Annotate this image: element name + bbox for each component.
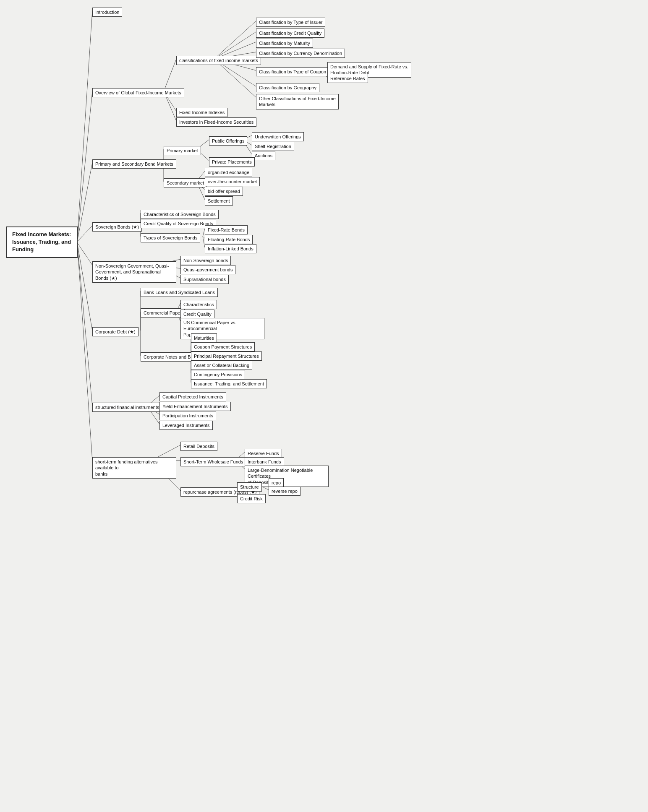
node-contingency: Contingency Provisions bbox=[191, 370, 245, 379]
node-quasi_govt_bonds: Quasi-goverment bonds bbox=[180, 265, 235, 274]
node-secondary_market: Secondary market bbox=[164, 178, 207, 187]
node-principal_repayment: Principal Repayment Structures bbox=[191, 351, 262, 361]
node-non_sovereign_govt: Non-Sovereign Government, Quasi-Governme… bbox=[92, 261, 176, 283]
node-class_geo: Classification by Geography bbox=[256, 83, 319, 92]
node-underwritten: Underwritten Offerings bbox=[252, 132, 304, 141]
svg-line-7 bbox=[78, 250, 92, 461]
node-characteristics_sovereign: Characteristics of Sovereign Bonds bbox=[141, 210, 219, 219]
node-structure: Structure bbox=[237, 482, 262, 492]
node-class_issuer: Classification by Type of Issuer bbox=[256, 18, 325, 27]
svg-line-2 bbox=[78, 163, 92, 239]
node-interbank_funds: Interbank Funds bbox=[245, 457, 284, 466]
node-maturities: Maturities bbox=[191, 333, 217, 343]
svg-line-8 bbox=[164, 59, 176, 91]
node-participation: Participation Instruments bbox=[159, 411, 216, 420]
node-auctions: Auctions bbox=[252, 151, 275, 160]
node-reserve_funds: Reserve Funds bbox=[245, 449, 282, 458]
node-class_coupon: Classification by Type of Coupon bbox=[256, 67, 329, 76]
node-asset_collateral: Asset or Collateral Backing bbox=[191, 361, 252, 370]
svg-line-4 bbox=[78, 243, 92, 265]
node-settlement: Settlement bbox=[205, 196, 233, 206]
mind-map: Fixed Income Markets:Issuance, Trading, … bbox=[0, 0, 648, 812]
node-inflation_linked: Inflation-Linked Bonds bbox=[205, 244, 256, 253]
node-non_sovereign_bonds: Non-Sovereign bonds bbox=[180, 256, 231, 265]
node-commercial_paper: Commercial Paper bbox=[141, 308, 185, 318]
node-structured_fi: structured financial instruments bbox=[92, 403, 162, 412]
node-overview: Overview of Global Fixed-Income Markets bbox=[92, 88, 184, 97]
node-short_term_funding: short-term funding alternatives availabl… bbox=[92, 457, 176, 479]
node-coupon_payment: Coupon Payment Structures bbox=[191, 342, 255, 351]
node-bid_offer: bid-offer spread bbox=[205, 187, 243, 196]
svg-line-12 bbox=[214, 32, 256, 59]
node-primary_secondary: Primary and Secondary Bond Markets bbox=[92, 159, 176, 169]
node-public_offerings: Public Offerings bbox=[209, 136, 247, 146]
node-credit_risk: Credit Risk bbox=[237, 494, 266, 503]
node-supranational_bonds: Supranational bonds bbox=[180, 275, 229, 284]
node-retail_deposits: Retail Deposits bbox=[180, 442, 217, 451]
node-otc_market: over-the-counter market bbox=[205, 177, 260, 186]
node-capital_protected: Capital Protected Instruments bbox=[159, 392, 226, 401]
node-corporate_debt: Corporate Debt (★) bbox=[92, 327, 138, 336]
node-reverse_repo: reverse repo bbox=[269, 487, 300, 496]
node-types_sovereign: Types of Sovereign Bonds bbox=[141, 233, 200, 242]
node-organized_exchange: organized exchange bbox=[205, 168, 252, 177]
node-repo: repo bbox=[269, 478, 284, 487]
svg-line-0 bbox=[78, 11, 92, 233]
node-shelf_reg: Shelf Registration bbox=[252, 142, 294, 151]
node-bank_loans: Bank Loans and Syndicated Loans bbox=[141, 288, 218, 297]
node-other_class: Other Classifications of Fixed-IncomeMar… bbox=[256, 94, 339, 109]
node-class_currency: Classification by Currency Denomination bbox=[256, 49, 345, 58]
node-investors: Investors in Fixed-Income Securities bbox=[176, 117, 256, 127]
node-classifications: classifications of fixed-income markets bbox=[176, 56, 261, 65]
node-class_credit: Classification by Credit Quality bbox=[256, 29, 324, 38]
node-cp_credit_quality: Credit Quality bbox=[180, 310, 214, 319]
node-private_placements: Private Placements bbox=[209, 157, 255, 167]
node-class_maturity: Classification by Maturity bbox=[256, 39, 313, 48]
svg-line-3 bbox=[78, 226, 92, 241]
node-yield_enhancement: Yield Enhancement Instruments bbox=[159, 402, 231, 411]
svg-line-6 bbox=[78, 247, 92, 406]
svg-line-5 bbox=[78, 245, 92, 331]
node-sovereign_bonds: Sovereign Bonds (★) bbox=[92, 222, 142, 232]
node-fixed_income_indexes: Fixed-Income Indexes bbox=[176, 108, 227, 117]
node-issuance_trading: Issuance, Trading, and Settlement bbox=[191, 379, 267, 388]
root-node: Fixed Income Markets:Issuance, Trading, … bbox=[6, 226, 78, 258]
node-short_term_wholesale: Short-Term Wholesale Funds bbox=[180, 457, 246, 466]
svg-line-11 bbox=[214, 21, 256, 59]
node-primary_market: Primary market bbox=[164, 146, 201, 155]
node-floating_rate_bonds: Floating-Rate Bonds bbox=[205, 235, 253, 244]
node-cp_characteristics: Characteristics bbox=[180, 300, 217, 309]
node-leveraged: Leveraged Instruments bbox=[159, 421, 213, 430]
node-introduction: Introduction bbox=[92, 8, 122, 17]
node-reference_rates: Reference Rates bbox=[327, 74, 368, 83]
node-fixed_rate_bonds: Fixed-Rate Bonds bbox=[205, 225, 248, 234]
svg-line-1 bbox=[78, 91, 92, 237]
